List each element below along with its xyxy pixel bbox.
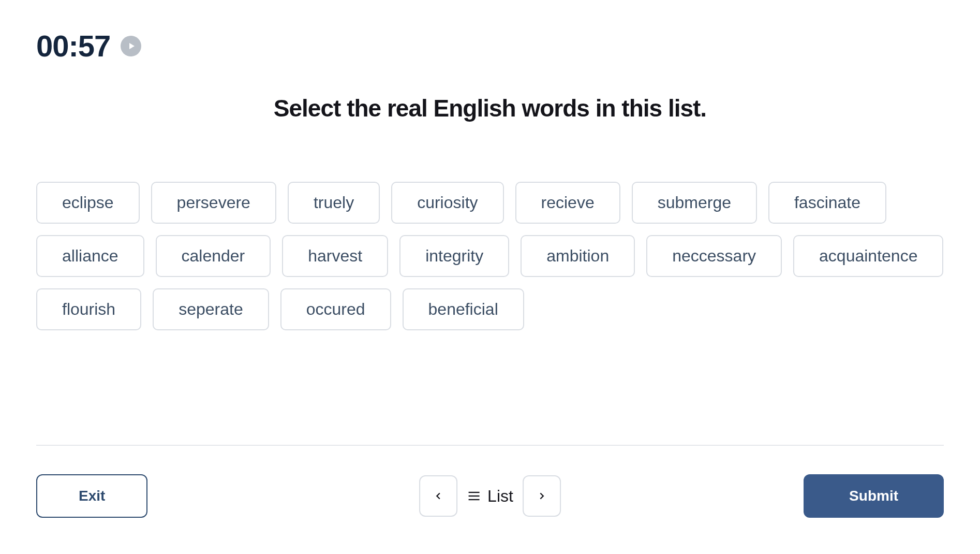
word-option[interactable]: calender	[156, 235, 271, 277]
word-option[interactable]: truely	[288, 182, 380, 224]
word-option[interactable]: occured	[280, 288, 391, 330]
word-option[interactable]: alliance	[36, 235, 144, 277]
word-option[interactable]: curiosity	[391, 182, 503, 224]
timer-display: 00:57	[36, 28, 110, 63]
word-option[interactable]: flourish	[36, 288, 141, 330]
word-option[interactable]: eclipse	[36, 182, 140, 224]
word-option[interactable]: seperate	[153, 288, 269, 330]
next-button[interactable]	[523, 475, 561, 517]
words-container: eclipse persevere truely curiosity recie…	[36, 182, 944, 330]
chevron-left-icon	[433, 490, 444, 502]
word-option[interactable]: fascinate	[768, 182, 886, 224]
word-option[interactable]: harvest	[282, 235, 388, 277]
play-button[interactable]	[121, 36, 141, 56]
word-option[interactable]: integrity	[399, 235, 509, 277]
word-option[interactable]: persevere	[151, 182, 276, 224]
nav-center: List	[419, 475, 561, 517]
word-option[interactable]: acquaintence	[793, 235, 943, 277]
list-icon	[467, 489, 481, 503]
exit-button[interactable]: Exit	[36, 474, 147, 518]
word-option[interactable]: ambition	[521, 235, 635, 277]
footer: Exit List Submit	[36, 445, 944, 518]
prev-button[interactable]	[419, 475, 457, 517]
word-option[interactable]: beneficial	[403, 288, 524, 330]
header: 00:57	[36, 0, 944, 63]
list-label: List	[487, 487, 513, 506]
word-option[interactable]: submerge	[632, 182, 757, 224]
question-title: Select the real English words in this li…	[36, 94, 944, 122]
word-option[interactable]: recieve	[515, 182, 620, 224]
submit-button[interactable]: Submit	[804, 474, 944, 518]
play-icon	[128, 42, 136, 50]
chevron-right-icon	[536, 490, 547, 502]
list-button[interactable]: List	[467, 487, 513, 506]
word-option[interactable]: neccessary	[646, 235, 782, 277]
